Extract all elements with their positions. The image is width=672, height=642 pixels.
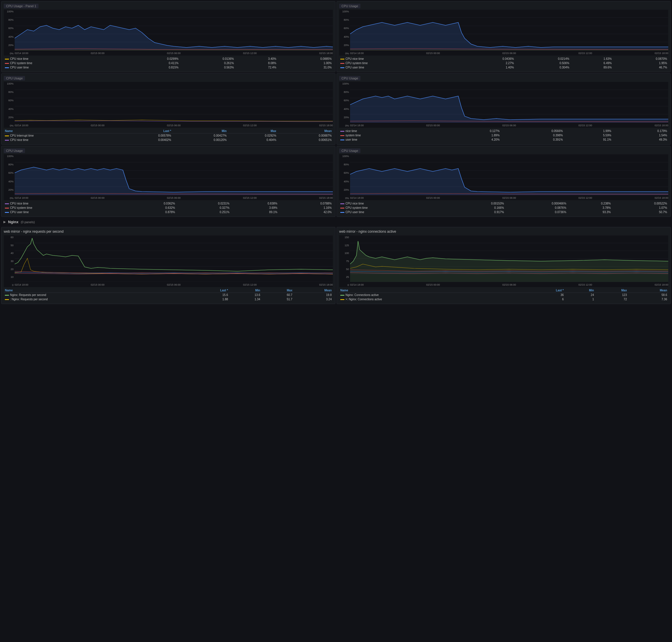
chart-area-8: 150 125 100 75 50 25 0 bbox=[339, 235, 668, 287]
legend-table-6: CPU nice time 0.00153% 0.000466% 0.238% … bbox=[339, 201, 668, 214]
chart-area-2: 100% 80% 60% 40% 20% 0% bbox=[339, 10, 668, 55]
legend-table-3: Name Last * Min Max Mean CPU interrupt t… bbox=[4, 129, 333, 142]
panel-nginx-requests: web mirror - nginx requests per second 6… bbox=[1, 227, 335, 304]
panel-title-5: CPU Usage bbox=[4, 149, 25, 153]
legend-row: CPU system time 2.27% 0.506% 6.49% 1.95% bbox=[339, 61, 668, 65]
legend-row: user time 4.20% 0.391% 91.1% 49.3% bbox=[339, 138, 668, 142]
y-axis-6: 100% 80% 60% 40% 20% 0% bbox=[339, 154, 350, 200]
x-axis-5: 02/14 18:00 02/15 00:00 02/15 06:00 02/1… bbox=[15, 196, 333, 200]
y-axis-1: 100% 80% 60% 40% 20% 0% bbox=[4, 10, 15, 55]
chart-area-6: 100% 80% 60% 40% 20% 0% bbox=[339, 154, 668, 200]
y-axis-4: 100% 80% 60% 40% 20% 0% bbox=[339, 82, 350, 128]
legend-header: Name Last * Min Max Mean bbox=[4, 288, 333, 293]
x-axis-3: 02/14 18:00 02/15 00:00 02/15 06:00 02/1… bbox=[15, 123, 333, 128]
legend-table-5: CPU nice time 0.0362% 0.0231% 0.838% 0.0… bbox=[4, 201, 333, 214]
panel-title-1: CPU Usage - Panel 1 bbox=[4, 4, 39, 8]
x-axis-6: 02/14 18:00 02/15 00:00 02/15 06:00 02/1… bbox=[350, 196, 668, 200]
legend-row: CPU nice time 0.0299% 0.0136% 3.40% 0.08… bbox=[4, 57, 333, 61]
legend-row: CPU system time 0.166% 0.0876% 3.78% 1.0… bbox=[339, 206, 668, 210]
y-axis-3: 100% 80% 60% 40% 20% 0% bbox=[4, 82, 15, 128]
yellow-dot bbox=[5, 136, 9, 136]
yellow-dot bbox=[340, 59, 344, 60]
legend-row: CPU user time 1.40% 0.304% 89.6% 46.7% bbox=[339, 65, 668, 69]
red-dot bbox=[340, 135, 344, 136]
y-axis-5: 100% 80% 60% 40% 20% 0% bbox=[4, 154, 15, 200]
panel-cpu-1: CPU Usage - Panel 1 100% 80% 60% 40% 20%… bbox=[1, 1, 335, 72]
chevron-right-icon: ▶ bbox=[3, 220, 6, 223]
blue-dot bbox=[340, 67, 344, 68]
green-dot bbox=[5, 295, 9, 296]
red-dot bbox=[5, 63, 9, 64]
y-axis-7: 60 50 40 30 20 10 0 bbox=[4, 235, 15, 287]
panel-title-8: web mirror - nginx connections active bbox=[339, 230, 396, 233]
y-axis-2: 100% 80% 60% 40% 20% 0% bbox=[339, 10, 350, 55]
legend-row: CPU system time 0.632% 0.327% 3.69% 1.16… bbox=[4, 206, 333, 210]
svg-rect-16 bbox=[15, 82, 333, 123]
legend-table-7: Name Last * Min Max Mean Nginx: Requests… bbox=[4, 288, 333, 301]
panel-cpu-3: CPU Usage 100% 80% 60% 40% 20% 0% bbox=[1, 73, 335, 145]
legend-row: Nginx: Requests per second 15.6 13.6 60.… bbox=[4, 293, 333, 297]
dashboard: CPU Usage - Panel 1 100% 80% 60% 40% 20%… bbox=[0, 0, 672, 305]
chart-svg-2 bbox=[350, 10, 668, 50]
chart-svg-3 bbox=[15, 82, 333, 123]
panel-cpu-4: CPU Usage 100% 80% 60% 40% 20% 0% bbox=[337, 73, 671, 145]
panel-nginx-connections: web mirror - nginx connections active 15… bbox=[337, 227, 671, 304]
yellow-dot bbox=[340, 299, 344, 300]
x-axis-7: 02/14 18:00 02/15 00:00 02/15 06:00 02/1… bbox=[15, 282, 333, 287]
legend-table-8: Name Last * Min Max Mean Nginx: Connecti… bbox=[339, 288, 668, 301]
blue-dot bbox=[5, 67, 9, 68]
legend-row: CPU interrupt time 0.00578% 0.00427% 0.0… bbox=[4, 133, 333, 138]
chart-svg-8 bbox=[350, 235, 668, 282]
legend-row: Nginx: Connections active 36 24 123 58.6 bbox=[339, 293, 668, 297]
legend-row: CPU nice time 0.0362% 0.0231% 0.838% 0.0… bbox=[4, 201, 333, 206]
blue-dot bbox=[5, 212, 9, 213]
legend-row: CPU system time 0.411% 0.261% 8.08% 1.00… bbox=[4, 61, 333, 65]
nginx-panel-count: (0 panels) bbox=[21, 220, 35, 224]
chart-area-3: 100% 80% 60% 40% 20% 0% bbox=[4, 82, 333, 128]
red-dot bbox=[340, 63, 344, 64]
purple-dot bbox=[5, 203, 9, 204]
chart-svg-1 bbox=[15, 10, 333, 50]
chart-area-7: 60 50 40 30 20 10 0 bbox=[4, 235, 333, 287]
chart-area-4: 100% 80% 60% 40% 20% 0% bbox=[339, 82, 668, 128]
legend-table-2: CPU nice time 0.0436% 0.0214% 1.63% 0.08… bbox=[339, 57, 668, 69]
legend-table-1: CPU nice time 0.0299% 0.0136% 3.40% 0.08… bbox=[4, 57, 333, 69]
purple-dot bbox=[5, 140, 9, 141]
green-dot bbox=[340, 295, 344, 296]
nginx-section-label: Nginx bbox=[8, 220, 18, 224]
chart-svg-5 bbox=[15, 154, 333, 195]
panel-title-3: CPU Usage bbox=[4, 76, 25, 80]
legend-row: CPU user time 0.878% 0.251% 89.1% 42.0% bbox=[4, 210, 333, 214]
panel-title-6: CPU Usage bbox=[339, 149, 360, 153]
yellow-dot bbox=[5, 59, 9, 60]
panel-cpu-5: CPU Usage 100% 80% 60% 40% 20% 0% bbox=[1, 146, 335, 217]
panel-title-4: CPU Usage bbox=[339, 76, 360, 80]
x-axis-4: 02/14 18:00 02/15 00:00 02/15 06:00 02/1… bbox=[350, 123, 668, 128]
blue-dot bbox=[340, 140, 344, 140]
y-axis-8: 150 125 100 75 50 25 0 bbox=[339, 235, 350, 287]
chart-svg-7 bbox=[15, 235, 333, 282]
legend-row: >: Nginx: Connections active 6 1 72 7.36 bbox=[339, 297, 668, 301]
blue-dot bbox=[340, 212, 344, 213]
chart-area-1: 100% 80% 60% 40% 20% 0% bbox=[4, 10, 333, 55]
legend-row: CPU user time 0.815% 0.563% 72.4% 31.0% bbox=[4, 65, 333, 69]
purple-dot bbox=[340, 131, 344, 132]
legend-row: CPU nice time 0.0436% 0.0214% 1.63% 0.08… bbox=[339, 57, 668, 61]
panel-title-2: CPU Usage bbox=[339, 4, 360, 8]
red-dot bbox=[5, 208, 9, 208]
purple-dot bbox=[340, 203, 344, 204]
legend-row: nice time 0.127% 0.0566% 1.99% 0.179% bbox=[339, 129, 668, 133]
nginx-section-header[interactable]: ▶ Nginx (0 panels) bbox=[1, 218, 671, 226]
red-dot bbox=[340, 208, 344, 208]
chart-svg-6 bbox=[350, 154, 668, 195]
legend-table-4: nice time 0.127% 0.0566% 1.99% 0.179% sy… bbox=[339, 129, 668, 142]
legend-row: CPU user time 0.917% 0.0736% 93.3% 50.7% bbox=[339, 210, 668, 214]
x-axis-2: 02/14 18:00 02/15 00:00 02/15 06:00 02/1… bbox=[350, 51, 668, 55]
panel-title-7: web mirror - nginx requests per second bbox=[4, 230, 64, 233]
x-axis-8: 02/14 18:00 02/15 00:00 02/15 06:00 02/1… bbox=[350, 282, 668, 287]
chart-area-5: 100% 80% 60% 40% 20% 0% bbox=[4, 154, 333, 200]
legend-header: Name Last * Min Max Mean bbox=[4, 129, 333, 133]
legend-row: : Nginx: Requests per second 1.88 1.34 5… bbox=[4, 297, 333, 301]
legend-row: system time 1.89% 0.398% 5.59% 1.54% bbox=[339, 133, 668, 138]
x-axis-1: 02/14 18:00 02/15 00:00 02/15 06:00 02/1… bbox=[15, 51, 333, 55]
